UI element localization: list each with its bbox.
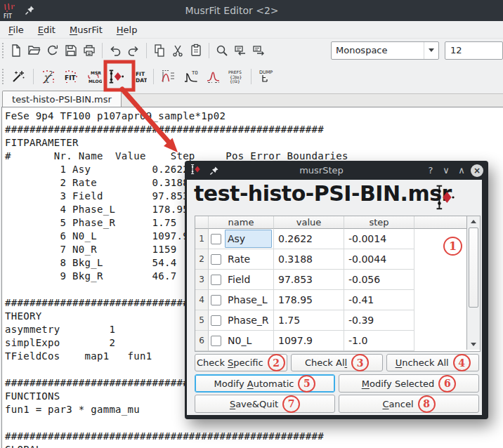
cell-name[interactable]: N0_L xyxy=(209,331,274,351)
save-button[interactable] xyxy=(63,41,79,60)
font-size-spinbox[interactable]: 12 xyxy=(445,41,503,60)
pin-icon[interactable] xyxy=(25,5,36,16)
cell-name[interactable]: Field xyxy=(209,270,274,290)
toolbar-handle[interactable] xyxy=(2,43,4,58)
font-size-value: 12 xyxy=(450,45,462,55)
row-checkbox[interactable] xyxy=(211,275,221,285)
modify-selected-button[interactable]: Modify Selected6 xyxy=(339,374,479,393)
musr-step-button[interactable] xyxy=(106,67,126,86)
find-next-button[interactable] xyxy=(250,41,267,60)
row-header[interactable]: 4 xyxy=(195,290,209,310)
row-checkbox[interactable] xyxy=(211,295,221,305)
row-header[interactable]: 2 xyxy=(195,249,209,270)
cell-step[interactable]: -0.0044 xyxy=(344,249,414,270)
new-file-button[interactable] xyxy=(8,41,25,60)
cell-value[interactable]: 1097.9 xyxy=(274,331,344,351)
scroll-down-button[interactable] xyxy=(467,339,480,350)
print-button[interactable] xyxy=(81,41,98,60)
toolbar-handle[interactable] xyxy=(2,69,4,84)
shade-button[interactable]: ∨ xyxy=(438,165,454,176)
row-header[interactable]: 3 xyxy=(195,270,209,290)
tab-active[interactable]: test-histo-PSI-BIN.msr xyxy=(2,91,122,107)
scroll-up-button[interactable] xyxy=(467,216,480,227)
cell-step[interactable]: -1.0 xyxy=(344,331,414,351)
undo-button[interactable] xyxy=(107,41,124,60)
cell-value[interactable]: 0.2622 xyxy=(274,229,344,249)
unshade-button[interactable]: ∧ xyxy=(454,165,469,176)
print-icon xyxy=(82,44,96,58)
copy-button[interactable] xyxy=(151,41,168,60)
cell-value[interactable]: 1.75 xyxy=(274,310,344,331)
find-prev-button[interactable] xyxy=(232,41,249,60)
uncheck-all-button[interactable]: Uncheck All4 xyxy=(386,354,479,371)
font-family-combo[interactable]: Monospace xyxy=(331,41,439,60)
fit-dat-button[interactable]: FITDAT xyxy=(129,67,148,86)
modify-automatic-button[interactable]: Modify Automatic5 xyxy=(195,374,335,393)
cell-name[interactable]: Phase_L xyxy=(209,290,274,310)
cancel-button[interactable]: Cancel8 xyxy=(339,395,479,413)
save-quit-button[interactable]: Save&Quit7 xyxy=(195,395,335,413)
column-header-value[interactable]: value xyxy=(274,216,344,229)
t0-button[interactable]: T0 xyxy=(181,67,201,86)
button-label: Modify Selected xyxy=(362,378,435,389)
close-button[interactable]: × xyxy=(471,164,483,177)
cell-value[interactable]: 0.3188 xyxy=(274,249,344,270)
menu-file[interactable]: File xyxy=(1,23,31,37)
musr-wizard-button[interactable] xyxy=(8,67,28,86)
parameter-name[interactable]: Rate xyxy=(225,250,272,268)
dump-button[interactable]: DUMP xyxy=(256,67,276,86)
fourier-button[interactable] xyxy=(204,67,223,86)
reload-button[interactable] xyxy=(44,41,61,60)
column-header-step[interactable]: step xyxy=(344,216,414,229)
prefs-button[interactable]: PREFS{ƆJo}{(Iz} xyxy=(226,67,246,86)
open-file-button[interactable] xyxy=(26,41,43,60)
cell-value[interactable]: 178.95 xyxy=(274,290,344,310)
help-button[interactable]: ? xyxy=(423,165,438,176)
cell-step[interactable]: -0.39 xyxy=(344,310,414,331)
row-checkbox[interactable] xyxy=(211,315,221,326)
parameter-name[interactable]: Phase_R xyxy=(225,311,272,329)
dialog-button-row-2: Modify Automatic5Modify Selected6 xyxy=(195,374,479,391)
parameter-name[interactable]: Field xyxy=(225,270,272,289)
cell-name[interactable]: Asy xyxy=(209,229,274,249)
row-header[interactable]: 6 xyxy=(195,331,209,351)
parameter-name[interactable]: Asy xyxy=(225,230,272,248)
cut-button[interactable] xyxy=(169,41,186,60)
annotation-circle-1: 1 xyxy=(443,237,462,256)
dialog-pin-icon[interactable] xyxy=(209,165,220,176)
row-header[interactable]: 5 xyxy=(195,310,209,331)
msr-mlog-button[interactable]: MSRMLOG xyxy=(84,67,103,86)
chisq-button[interactable]: χ2 xyxy=(39,67,58,86)
cell-step[interactable]: -0.056 xyxy=(344,270,414,290)
cell-name[interactable]: Phase_R xyxy=(209,310,274,331)
row-checkbox[interactable] xyxy=(211,234,221,244)
scrollbar-thumb[interactable] xyxy=(469,228,478,308)
column-header-name[interactable]: name xyxy=(209,216,274,229)
cell-name[interactable]: Rate xyxy=(209,249,274,270)
fit-button[interactable]: FIT xyxy=(61,67,81,86)
cell-value[interactable]: 97.853 xyxy=(274,270,344,290)
check-all-button[interactable]: Check All3 xyxy=(291,354,384,371)
menu-help[interactable]: Help xyxy=(110,23,145,37)
dialog-heading: test-histo-PSI-BIN.msr xyxy=(194,181,452,206)
row-checkbox[interactable] xyxy=(211,254,221,265)
musr-view-button[interactable] xyxy=(159,67,178,86)
annotation-circle-3: 3 xyxy=(351,354,369,371)
row-checkbox[interactable] xyxy=(211,336,221,346)
cell-step[interactable]: -0.41 xyxy=(344,290,414,310)
parameter-name[interactable]: Phase_L xyxy=(225,291,272,309)
svg-text:{(Iz}: {(Iz} xyxy=(230,79,240,84)
check-specific-button[interactable]: Check Specific2 xyxy=(195,354,287,371)
combo-dropdown-button[interactable] xyxy=(424,42,438,59)
paste-button[interactable] xyxy=(188,41,204,60)
find-button[interactable] xyxy=(214,41,230,60)
dialog-titlebar: musrStep ? ∨ ∧ × xyxy=(187,161,486,180)
redo-button[interactable] xyxy=(125,41,142,60)
cell-step[interactable]: -0.0014 xyxy=(344,229,414,249)
row-header[interactable]: 1 xyxy=(195,229,209,249)
svg-text:FIT: FIT xyxy=(65,74,76,81)
menu-edit[interactable]: Edit xyxy=(31,23,63,37)
menu-musrfit[interactable]: MusrFit xyxy=(63,23,110,37)
parameter-name[interactable]: N0_L xyxy=(225,331,272,350)
table-scrollbar[interactable] xyxy=(466,216,480,350)
